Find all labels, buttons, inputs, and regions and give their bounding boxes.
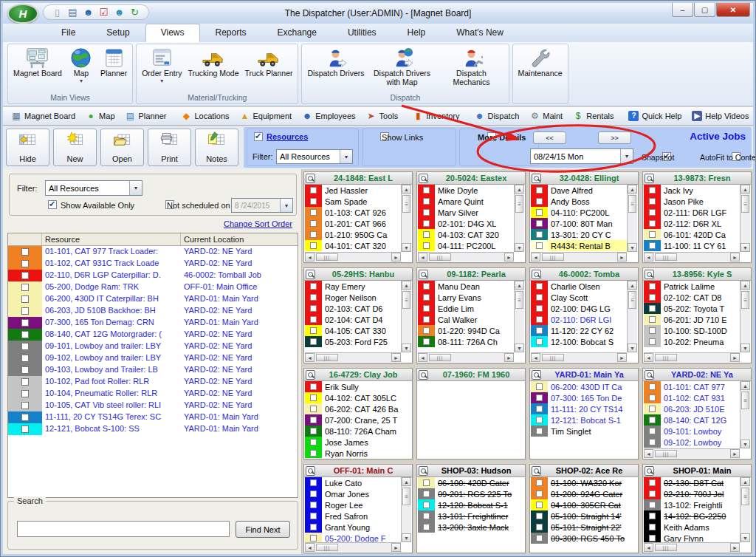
shortcut-maint[interactable]: ⚙Maint: [524, 109, 568, 123]
magnet-checkbox[interactable]: [536, 327, 543, 334]
magnifier-icon[interactable]: [645, 466, 654, 476]
scrollbar-thumb[interactable]: ≡: [628, 291, 636, 309]
scroll-right-icon[interactable]: ►: [730, 253, 740, 262]
magnet-checkbox[interactable]: [536, 383, 543, 390]
shortcut-rentals[interactable]: $Rentals: [568, 109, 619, 123]
scrollbar-thumb[interactable]: ≡: [515, 195, 523, 213]
board-filter-select[interactable]: All Resources ▾: [276, 149, 353, 164]
magnet-checkbox[interactable]: [310, 502, 317, 508]
horizontal-scrollbar[interactable]: ◄|||►: [305, 252, 401, 262]
row-checkbox[interactable]: [21, 319, 29, 327]
scroll-up-icon[interactable]: ▲: [515, 185, 524, 194]
ribbon-button-trucking-mode[interactable]: Trucking Mode: [185, 46, 241, 79]
menu-tab-setup[interactable]: Setup: [91, 24, 145, 42]
magnet-item[interactable]: 02-102: CAT D8: [644, 292, 740, 303]
scrollbar-track[interactable]: [566, 253, 617, 262]
magnet-item[interactable]: 13-301: 20 CY C: [531, 229, 627, 240]
magnet-item[interactable]: 04-105: CAT 330: [305, 325, 401, 336]
shortcut-tools[interactable]: ➤Tools: [361, 109, 404, 123]
shortcut-map[interactable]: ●Map: [80, 109, 120, 123]
vertical-scrollbar[interactable]: ▲≡▼: [740, 477, 750, 542]
magnet-item[interactable]: 04-102: CAT 305LC: [305, 392, 411, 403]
card-header[interactable]: 46-0002: Tomba: [530, 268, 638, 281]
magnet-checkbox[interactable]: [310, 383, 317, 390]
row-checkbox[interactable]: [21, 390, 29, 397]
magnet-item[interactable]: 01-102: CAT 931: [644, 392, 740, 403]
magnet-item[interactable]: 11-100: 11 CY 61: [644, 240, 740, 251]
magnet-item[interactable]: 09-300: RGS 450 To: [531, 533, 637, 544]
resources-checkbox[interactable]: [254, 132, 263, 141]
magnet-item[interactable]: Amare Quint: [418, 196, 514, 207]
magnet-checkbox[interactable]: [310, 524, 317, 530]
card-header[interactable]: 24-1848: East L: [304, 172, 412, 185]
magnet-item[interactable]: Jed Hassler: [305, 185, 401, 196]
scroll-left-icon[interactable]: ◄: [305, 353, 315, 362]
magnet-checkbox[interactable]: [649, 406, 656, 412]
scroll-up-icon[interactable]: ▲: [402, 477, 411, 486]
chevron-down-icon[interactable]: ▾: [129, 181, 142, 195]
magnet-item[interactable]: Andy Boss: [531, 196, 627, 207]
shortcut-equipment[interactable]: ▲Equipment: [235, 109, 298, 123]
magnet-checkbox[interactable]: [310, 231, 317, 238]
magnet-item[interactable]: 09-201: RGS 225 To: [418, 488, 524, 499]
horizontal-scrollbar[interactable]: ◄|||►: [418, 252, 514, 262]
vertical-scrollbar[interactable]: ▲≡▼: [514, 281, 524, 352]
magnet-item[interactable]: 02-112: D6R XL: [644, 218, 740, 229]
vertical-scrollbar[interactable]: ▲≡▼: [627, 281, 637, 352]
magnet-checkbox[interactable]: [649, 242, 656, 249]
card-header[interactable]: 13-9873: Fresn: [643, 172, 751, 185]
magnet-item[interactable]: 02-130: D8T Cat: [644, 477, 740, 488]
ribbon-button-planner[interactable]: Planner: [97, 46, 130, 79]
search-input[interactable]: [17, 521, 230, 537]
magnet-checkbox[interactable]: [310, 209, 317, 216]
magnet-item[interactable]: Sam Spade: [305, 196, 401, 207]
magnet-checkbox[interactable]: [310, 305, 317, 312]
magnet-checkbox[interactable]: [310, 338, 317, 345]
magnet-checkbox[interactable]: [649, 316, 656, 323]
change-sort-order-link[interactable]: Change Sort Order: [224, 219, 292, 228]
magnet-checkbox[interactable]: [310, 294, 317, 301]
magnet-item[interactable]: 04-100: 305CR Cat: [531, 499, 637, 510]
scrollbar-thumb[interactable]: ≡: [741, 195, 749, 213]
magnet-item[interactable]: 05-203: Ford F25: [305, 336, 401, 347]
scroll-right-icon[interactable]: ►: [617, 253, 627, 262]
magnet-checkbox[interactable]: [649, 220, 656, 227]
magnet-checkbox[interactable]: [649, 502, 656, 508]
magnet-item[interactable]: 09-101: Lowboy: [644, 426, 740, 437]
magnet-item[interactable]: 06-100: 420D Cater: [418, 477, 524, 488]
magnifier-icon[interactable]: [306, 370, 315, 380]
ribbon-button-map[interactable]: Map▾: [65, 46, 97, 85]
magnet-checkbox[interactable]: [649, 535, 656, 541]
magnet-checkbox[interactable]: [310, 479, 317, 486]
magnet-checkbox[interactable]: [536, 242, 543, 249]
card-header[interactable]: 20-5024: Eastex: [417, 172, 525, 185]
ribbon-button-dispatch-drivers[interactable]: Dispatch Drivers: [304, 46, 367, 79]
menu-tab-what-s-new[interactable]: What's New: [441, 24, 519, 42]
magnet-item[interactable]: 10-100: SD-100D: [644, 325, 740, 336]
scrollbar-track[interactable]: [340, 353, 391, 362]
magnet-item[interactable]: 11-120: 22 CY 62: [531, 325, 627, 336]
magnet-item[interactable]: 04-103: CAT 320: [418, 229, 514, 240]
vertical-scrollbar[interactable]: ▲≡▼: [514, 185, 524, 252]
magnet-item[interactable]: 08-111: 726A Ch: [418, 336, 514, 347]
magnet-checkbox[interactable]: [423, 524, 430, 530]
table-row[interactable]: 10-104, Pneumatic Roller: RLRYARD-02: NE…: [8, 388, 298, 400]
magnet-item[interactable]: 07-200: Crane, 25 T: [305, 414, 411, 426]
scroll-right-icon[interactable]: ►: [730, 449, 740, 458]
magnet-item[interactable]: 14-102: BG-2250: [644, 510, 740, 522]
scroll-down-icon[interactable]: ▼: [402, 344, 411, 352]
row-checkbox[interactable]: [21, 355, 29, 362]
shortcut-magnet-board[interactable]: ▦Magnet Board: [6, 109, 80, 123]
scroll-up-icon[interactable]: ▲: [402, 185, 411, 194]
magnet-checkbox[interactable]: [536, 283, 543, 290]
magnet-item[interactable]: 02-103: CAT D6: [305, 303, 401, 314]
menu-tab-views[interactable]: Views: [145, 24, 200, 42]
card-header[interactable]: 13-8956: Kyle S: [643, 268, 751, 281]
magnet-item[interactable]: 12-121: Bobcat S-1: [531, 414, 637, 426]
magnet-checkbox[interactable]: [310, 220, 317, 227]
find-next-button[interactable]: Find Next: [236, 521, 290, 538]
next-day-button[interactable]: >>: [598, 131, 631, 144]
magnet-checkbox[interactable]: [536, 491, 543, 497]
magnet-checkbox[interactable]: [649, 198, 656, 205]
scroll-right-icon[interactable]: ►: [391, 353, 401, 362]
